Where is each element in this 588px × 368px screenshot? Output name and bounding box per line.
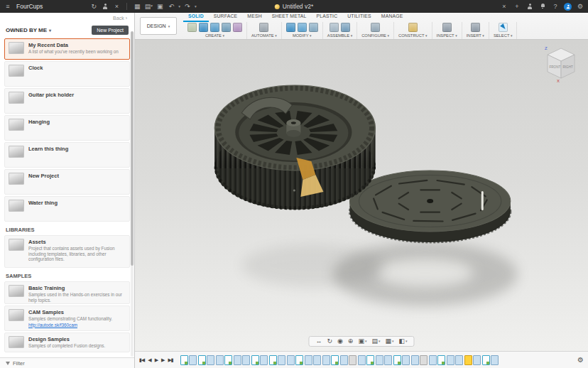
tab-manage[interactable]: MANAGE (376, 13, 408, 22)
timeline-feature-12[interactable] (278, 355, 285, 365)
joint-icon[interactable] (341, 23, 350, 32)
timeline-feature-19[interactable] (340, 355, 348, 365)
look-at-icon[interactable]: ◉ (337, 338, 343, 345)
tab-solid[interactable]: SOLID (183, 13, 209, 22)
select-icon[interactable] (499, 23, 508, 32)
fit-view-icon[interactable]: ▣▾ (358, 338, 366, 345)
project-item-water-thing[interactable]: Water thing (4, 196, 130, 222)
step-back-button[interactable]: ◀ (148, 357, 151, 363)
tab-utilities[interactable]: UTILITIES (342, 13, 376, 22)
owned-by-me-dropdown[interactable]: OWNED BY ME▾ (6, 27, 51, 33)
project-item-learn-this-thing[interactable]: Learn this thing (4, 142, 130, 168)
notifications-bell-icon[interactable] (538, 1, 547, 11)
project-item-assets[interactable]: Assets Project that contains assets used… (4, 235, 130, 268)
timeline-feature-5[interactable] (216, 355, 224, 365)
ribbon-menu-select[interactable]: SELECT ▾ (494, 33, 513, 38)
sync-icon[interactable]: ↻ (89, 1, 98, 11)
timeline-feature-1[interactable] (180, 355, 188, 365)
undo-menu-icon[interactable]: ▾ (178, 4, 180, 9)
share-user-icon[interactable] (101, 1, 109, 11)
form-icon[interactable] (233, 23, 242, 32)
sidebar-scrollbar[interactable] (131, 31, 134, 357)
automate-icon[interactable] (259, 23, 268, 32)
timeline-feature-36[interactable] (491, 355, 499, 365)
timeline-feature-20[interactable] (349, 355, 356, 365)
timeline-feature-14[interactable] (295, 355, 303, 365)
app-grid-icon[interactable]: ▦ (133, 1, 141, 11)
timeline-feature-10[interactable] (260, 355, 268, 365)
ribbon-menu-modify[interactable]: MODIFY ▾ (293, 33, 312, 38)
close-document-icon[interactable]: × (500, 1, 508, 11)
timeline-feature-23[interactable] (376, 355, 383, 365)
help-icon[interactable]: ? (551, 1, 560, 11)
step-forward-button[interactable]: ▶ (161, 357, 164, 363)
timeline-feature-11[interactable] (269, 355, 277, 365)
project-link[interactable]: http://autode.sk/f360cam (28, 323, 112, 328)
filter-bar[interactable]: Filter (0, 357, 134, 368)
timeline-feature-8[interactable] (242, 355, 250, 365)
project-item-design-samples[interactable]: Design Samples Samples of completed Fusi… (4, 332, 130, 352)
zoom-icon[interactable]: ⊕ (348, 338, 354, 345)
tab-plastic[interactable]: PLASTIC (312, 13, 343, 22)
user-avatar[interactable] (564, 3, 572, 11)
skip-to-end-button[interactable]: ▶▮ (168, 357, 173, 363)
lid-body[interactable] (349, 171, 510, 242)
timeline-feature-21[interactable] (358, 355, 366, 365)
file-menu-icon[interactable]: ▤▾ (144, 1, 153, 11)
timeline-feature-9[interactable] (251, 355, 259, 365)
redo-icon[interactable]: ↷ (183, 1, 192, 11)
timeline-feature-28[interactable] (420, 355, 428, 365)
play-button[interactable]: ▶ (155, 357, 158, 363)
timeline-feature-30[interactable] (437, 355, 445, 365)
insert-icon[interactable] (471, 23, 480, 32)
project-item-guitar-pick-holder[interactable]: Guitar pick holder (4, 88, 130, 114)
timeline-feature-22[interactable] (366, 355, 374, 365)
timeline-feature-25[interactable] (393, 355, 401, 365)
project-item-my-recent-data[interactable]: My Recent Data A list of what you've rec… (4, 38, 130, 60)
timeline-feature-18[interactable] (331, 355, 339, 365)
shell-icon[interactable] (309, 23, 318, 32)
configure-icon[interactable] (371, 23, 380, 32)
grid-settings-icon[interactable]: ▦▾ (385, 338, 393, 345)
timeline-feature-16[interactable] (313, 355, 321, 365)
fillet-icon[interactable] (298, 23, 307, 32)
timeline-feature-27[interactable] (411, 355, 419, 365)
orbit-icon[interactable]: ↻ (327, 338, 332, 345)
measure-icon[interactable] (442, 23, 452, 32)
project-item-hanging[interactable]: Hanging (4, 115, 130, 141)
project-item-basic-training[interactable]: Basic Training Samples used in the Hands… (4, 281, 130, 304)
app-menu-icon[interactable]: ≡ (4, 1, 12, 11)
gear-body[interactable] (214, 85, 375, 210)
pan-icon[interactable]: ↔ (315, 338, 322, 345)
new-project-button[interactable]: New Project (92, 26, 129, 35)
timeline-feature-4[interactable] (207, 355, 214, 365)
timeline-feature-13[interactable] (287, 355, 295, 365)
tab-sheet-metal[interactable]: SHEET METAL (267, 13, 312, 22)
back-link[interactable]: Back› (0, 13, 134, 22)
timeline-feature-29[interactable] (429, 355, 437, 365)
timeline-feature-34[interactable] (473, 355, 481, 365)
viewport-canvas[interactable] (135, 40, 588, 351)
create-sketch-icon[interactable] (187, 23, 197, 32)
close-panel-icon[interactable]: × (112, 1, 121, 11)
timeline-feature-31[interactable] (447, 355, 454, 365)
timeline-feature-24[interactable] (384, 355, 392, 365)
ribbon-menu-configure[interactable]: CONFIGURE ▾ (361, 33, 389, 38)
timeline-feature-15[interactable] (305, 355, 312, 365)
timeline-feature-33[interactable] (464, 355, 472, 365)
display-settings-icon[interactable]: ▤▾ (371, 338, 380, 345)
tab-surface[interactable]: SURFACE (209, 13, 243, 22)
skip-to-start-button[interactable]: ▮◀ (139, 357, 144, 363)
ribbon-menu-create[interactable]: CREATE ▾ (205, 33, 224, 38)
revolve-icon[interactable] (210, 23, 219, 32)
timeline-feature-7[interactable] (234, 355, 241, 365)
extrude-icon[interactable] (199, 23, 208, 32)
redo-menu-icon[interactable]: ▾ (195, 4, 197, 9)
construct-plane-icon[interactable] (408, 23, 418, 32)
ribbon-menu-assemble[interactable]: ASSEMBLE ▾ (327, 33, 352, 38)
ribbon-menu-inspect[interactable]: INSPECT ▾ (437, 33, 457, 38)
timeline-feature-32[interactable] (455, 355, 463, 365)
ribbon-menu-construct[interactable]: CONSTRUCT ▾ (398, 33, 427, 38)
ribbon-menu-automate[interactable]: AUTOMATE ▾ (251, 33, 277, 38)
scrollbar-thumb[interactable] (131, 31, 134, 266)
